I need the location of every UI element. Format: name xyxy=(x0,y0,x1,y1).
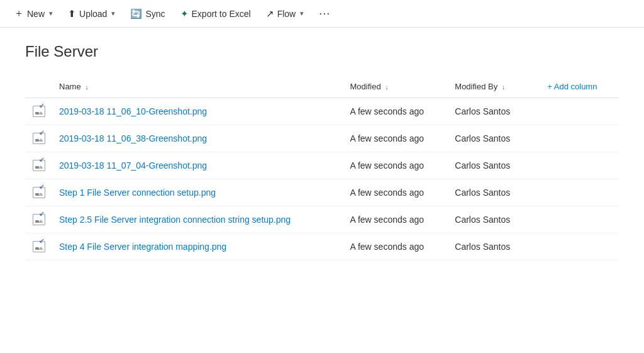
file-icon: ↙ xyxy=(31,185,47,200)
export-button[interactable]: ✦ Export to Excel xyxy=(174,4,257,23)
flow-button[interactable]: ↗ Flow ▾ xyxy=(260,4,311,23)
extra-cell xyxy=(538,152,619,179)
extra-cell xyxy=(538,206,619,233)
col-icon-header xyxy=(25,76,53,98)
sync-badge-icon: ↙ xyxy=(39,156,44,163)
file-type-icon-cell: ↙ xyxy=(25,98,53,125)
file-type-icon-cell: ↙ xyxy=(25,152,53,179)
col-modified-by-header: Modified By ↓ xyxy=(448,76,538,98)
file-name-cell: 2019-03-18 11_06_10-Greenshot.png xyxy=(53,98,343,125)
modified-cell: A few seconds ago xyxy=(343,233,448,261)
modified-by-cell: Carlos Santos xyxy=(448,98,538,125)
plus-icon: ＋ xyxy=(14,7,24,20)
file-name-link[interactable]: 2019-03-18 11_06_10-Greenshot.png xyxy=(59,106,207,116)
page-content: File Server Name ↓ Modified ↓ Modified B… xyxy=(0,28,644,276)
file-icon: ↙ xyxy=(31,104,47,119)
modified-by-cell: Carlos Santos xyxy=(448,233,538,261)
modified-cell: A few seconds ago xyxy=(343,152,448,179)
extra-cell xyxy=(538,179,619,206)
file-name-cell: 2019-03-18 11_07_04-Greenshot.png xyxy=(53,152,343,179)
file-icon: ↙ xyxy=(31,239,47,254)
file-name-cell: 2019-03-18 11_06_38-Greenshot.png xyxy=(53,125,343,152)
sync-icon: 🔄 xyxy=(130,8,142,20)
modified-cell: A few seconds ago xyxy=(343,125,448,152)
file-type-icon-cell: ↙ xyxy=(25,125,53,152)
excel-icon: ✦ xyxy=(180,8,189,20)
table-row[interactable]: ↙ Step 2.5 File Server integration conne… xyxy=(25,206,619,233)
table-row[interactable]: ↙ 2019-03-18 11_07_04-Greenshot.pngA few… xyxy=(25,152,619,179)
toolbar: ＋ New ▾ ⬆ Upload ▾ 🔄 Sync ✦ Export to Ex… xyxy=(0,0,644,28)
sync-badge-icon: ↙ xyxy=(39,210,44,217)
modified-cell: A few seconds ago xyxy=(343,179,448,206)
file-name-link[interactable]: Step 2.5 File Server integration connect… xyxy=(59,215,291,225)
more-button[interactable]: ··· xyxy=(313,3,336,24)
extra-cell xyxy=(538,98,619,125)
sync-badge-icon: ↙ xyxy=(39,183,44,190)
table-row[interactable]: ↙ Step 4 File Server integration mapping… xyxy=(25,233,619,261)
col-modified-header: Modified ↓ xyxy=(343,76,448,98)
table-row[interactable]: ↙ 2019-03-18 11_06_10-Greenshot.pngA few… xyxy=(25,98,619,125)
modified-by-sort-icon: ↓ xyxy=(502,83,506,91)
modified-by-cell: Carlos Santos xyxy=(448,152,538,179)
sync-badge-icon: ↙ xyxy=(39,102,44,109)
modified-by-cell: Carlos Santos xyxy=(448,179,538,206)
modified-sort-icon: ↓ xyxy=(385,83,389,91)
table-row[interactable]: ↙ 2019-03-18 11_06_38-Greenshot.pngA few… xyxy=(25,125,619,152)
file-type-icon-cell: ↙ xyxy=(25,206,53,233)
name-sort-icon: ↓ xyxy=(85,83,89,91)
new-chevron-icon: ▾ xyxy=(49,9,53,18)
file-type-icon-cell: ↙ xyxy=(25,179,53,206)
flow-icon: ↗ xyxy=(266,8,274,20)
new-button[interactable]: ＋ New ▾ xyxy=(8,3,59,24)
file-name-link[interactable]: 2019-03-18 11_07_04-Greenshot.png xyxy=(59,160,207,171)
col-name-header: Name ↓ xyxy=(53,76,343,98)
file-name-cell: Step 1 File Server connection setup.png xyxy=(53,179,343,206)
file-name-link[interactable]: 2019-03-18 11_06_38-Greenshot.png xyxy=(59,133,207,143)
upload-label: Upload xyxy=(79,9,107,19)
modified-by-cell: Carlos Santos xyxy=(448,125,538,152)
sync-badge-icon: ↙ xyxy=(39,129,44,136)
upload-chevron-icon: ▾ xyxy=(111,9,115,18)
extra-cell xyxy=(538,125,619,152)
flow-chevron-icon: ▾ xyxy=(300,9,304,18)
sync-label: Sync xyxy=(145,9,165,19)
file-name-link[interactable]: Step 1 File Server connection setup.png xyxy=(59,188,216,198)
file-icon: ↙ xyxy=(31,131,47,146)
sync-button[interactable]: 🔄 Sync xyxy=(124,4,171,23)
modified-cell: A few seconds ago xyxy=(343,98,448,125)
file-type-icon-cell: ↙ xyxy=(25,233,53,261)
export-label: Export to Excel xyxy=(192,9,251,19)
file-name-link[interactable]: Step 4 File Server integration mapping.p… xyxy=(59,242,226,252)
flow-label: Flow xyxy=(277,9,296,19)
file-name-cell: Step 4 File Server integration mapping.p… xyxy=(53,233,343,261)
file-name-cell: Step 2.5 File Server integration connect… xyxy=(53,206,343,233)
upload-icon: ⬆ xyxy=(68,8,76,20)
modified-cell: A few seconds ago xyxy=(343,206,448,233)
extra-cell xyxy=(538,233,619,261)
new-label: New xyxy=(27,9,45,19)
sync-badge-icon: ↙ xyxy=(39,237,44,244)
table-row[interactable]: ↙ Step 1 File Server connection setup.pn… xyxy=(25,179,619,206)
file-table: Name ↓ Modified ↓ Modified By ↓ + Add co… xyxy=(25,76,619,261)
page-title: File Server xyxy=(25,43,619,60)
file-icon: ↙ xyxy=(31,212,47,227)
more-icon: ··· xyxy=(319,7,330,20)
col-add-column-header: + Add column xyxy=(538,76,619,98)
add-column-button[interactable]: + Add column xyxy=(545,81,599,92)
upload-button[interactable]: ⬆ Upload ▾ xyxy=(62,4,121,23)
file-icon: ↙ xyxy=(31,158,47,173)
modified-by-cell: Carlos Santos xyxy=(448,206,538,233)
